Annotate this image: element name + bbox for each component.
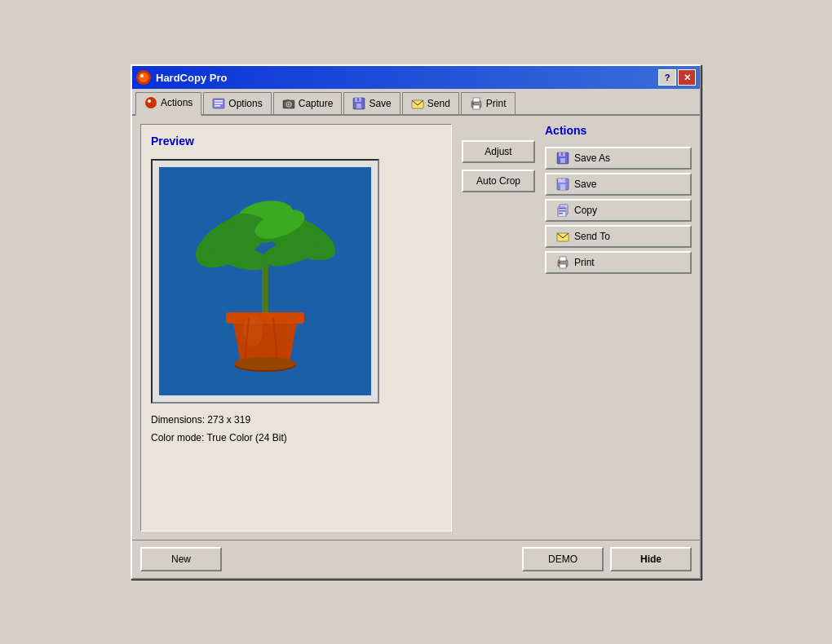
svg-rect-44: [560, 184, 565, 190]
svg-rect-51: [559, 213, 563, 214]
tab-actions-label: Actions: [161, 97, 193, 108]
svg-rect-50: [559, 210, 565, 212]
app-icon: [136, 70, 151, 85]
capture-tab-icon: [282, 97, 295, 110]
svg-rect-49: [559, 208, 565, 210]
close-button[interactable]: ✕: [678, 69, 696, 86]
tab-save[interactable]: Save: [343, 92, 400, 114]
copy-label: Copy: [574, 205, 597, 216]
svg-point-20: [472, 103, 474, 104]
send-to-label: Send To: [574, 231, 610, 242]
new-button[interactable]: New: [140, 547, 222, 571]
adjust-label: Adjust: [485, 146, 511, 157]
print-label: Print: [574, 257, 595, 268]
preview-panel: Preview: [140, 124, 452, 532]
tab-options[interactable]: Options: [203, 92, 271, 114]
svg-rect-55: [560, 264, 566, 268]
actions-tab-icon: [144, 96, 157, 109]
send-to-icon: [556, 230, 569, 243]
tab-send[interactable]: Send: [402, 92, 459, 114]
help-button[interactable]: ?: [658, 69, 676, 86]
titlebar: HardCopy Pro ? ✕: [132, 66, 700, 89]
svg-rect-19: [473, 105, 480, 109]
svg-rect-6: [215, 103, 223, 104]
svg-point-0: [139, 73, 148, 82]
svg-rect-41: [561, 152, 563, 156]
svg-rect-10: [286, 99, 290, 101]
save-as-label: Save As: [574, 152, 610, 164]
svg-point-2: [145, 97, 157, 108]
main-content: Preview: [132, 116, 700, 540]
print-icon: [556, 256, 569, 269]
auto-crop-label: Auto Crop: [476, 175, 520, 187]
hide-label: Hide: [640, 554, 662, 565]
svg-rect-32: [226, 312, 304, 324]
svg-rect-54: [560, 257, 566, 261]
svg-point-11: [287, 104, 290, 106]
save-button[interactable]: Save: [545, 173, 692, 196]
print-tab-icon: [470, 97, 483, 110]
tab-actions[interactable]: Actions: [135, 92, 201, 116]
tab-options-label: Options: [228, 98, 262, 109]
svg-marker-31: [232, 318, 298, 363]
print-button[interactable]: Print: [545, 251, 692, 274]
save-tab-icon: [352, 97, 365, 110]
svg-point-3: [148, 99, 151, 103]
svg-point-1: [140, 74, 144, 77]
titlebar-buttons: ? ✕: [658, 69, 696, 86]
save-icon: [556, 178, 569, 191]
adjust-button[interactable]: Adjust: [462, 140, 535, 163]
svg-rect-46: [559, 179, 563, 182]
svg-rect-14: [356, 104, 361, 108]
send-to-button[interactable]: Send To: [545, 225, 692, 248]
svg-point-56: [559, 262, 560, 263]
demo-button[interactable]: DEMO: [522, 547, 604, 571]
copy-icon: [556, 204, 569, 217]
svg-rect-15: [357, 98, 359, 101]
preview-image: [151, 159, 379, 404]
svg-rect-40: [560, 158, 565, 163]
new-label: New: [171, 554, 191, 565]
actions-panel: Actions Save As: [545, 124, 692, 532]
tab-save-label: Save: [369, 98, 391, 109]
copy-button[interactable]: Copy: [545, 199, 692, 222]
hide-button[interactable]: Hide: [610, 547, 692, 571]
options-tab-icon: [212, 97, 225, 110]
tab-capture[interactable]: Capture: [273, 92, 343, 114]
svg-rect-7: [215, 105, 220, 107]
main-window: HardCopy Pro ? ✕ Actions: [131, 64, 701, 580]
save-as-button[interactable]: Save As: [545, 147, 692, 170]
actions-title: Actions: [545, 124, 692, 137]
svg-point-37: [234, 357, 296, 370]
window-title: HardCopy Pro: [156, 72, 227, 84]
tab-capture-label: Capture: [299, 98, 334, 109]
color-mode-text: Color mode: True Color (24 Bit): [151, 430, 441, 448]
tab-send-label: Send: [427, 98, 450, 109]
svg-rect-5: [215, 100, 223, 102]
tabs-bar: Actions Options: [132, 89, 700, 116]
save-label: Save: [574, 179, 596, 190]
auto-crop-button[interactable]: Auto Crop: [462, 170, 535, 192]
demo-label: DEMO: [548, 554, 578, 565]
send-tab-icon: [411, 97, 424, 110]
dimensions-text: Dimensions: 273 x 319: [151, 412, 441, 430]
preview-info: Dimensions: 273 x 319 Color mode: True C…: [151, 412, 441, 447]
bottom-bar: New DEMO Hide: [132, 540, 700, 578]
preview-title: Preview: [151, 135, 441, 148]
save-as-icon: [556, 152, 569, 165]
titlebar-left: HardCopy Pro: [136, 70, 227, 85]
svg-rect-18: [473, 98, 480, 102]
middle-buttons: Adjust Auto Crop: [462, 124, 535, 532]
tab-print[interactable]: Print: [461, 92, 516, 114]
tab-print-label: Print: [486, 98, 507, 109]
